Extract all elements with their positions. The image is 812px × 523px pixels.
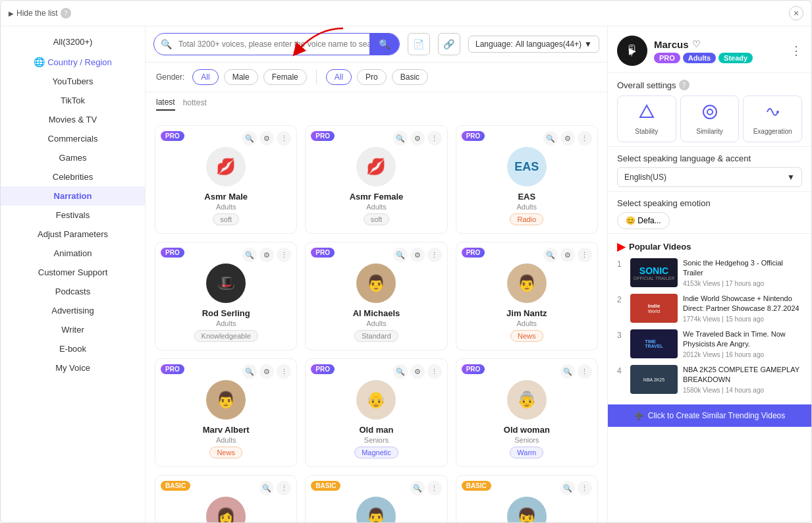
video-title[interactable]: NBA 2K25 COMPLETE GAMEPLAY BREAKDOWN (683, 365, 802, 385)
sidebar-item-youtubers[interactable]: YouTubers (1, 72, 145, 91)
tab-hottest[interactable]: hottest (183, 98, 207, 110)
more-voice-btn[interactable]: ⋮ (427, 481, 442, 495)
user-avatar[interactable]: 🎙 ▶ (617, 36, 647, 66)
filter-type-pro[interactable]: Pro (357, 69, 387, 85)
video-title[interactable]: Sonic the Hedgehog 3 - Official Trailer (683, 258, 802, 279)
sidebar-item-my-voice[interactable]: My Voice (1, 358, 145, 377)
sidebar-item-country[interactable]: 🌐 Country / Region (1, 52, 145, 72)
sidebar-item-movies-tv[interactable]: Movies & TV (1, 110, 145, 129)
filter-type-basic[interactable]: Basic (392, 69, 428, 85)
badge-pro: PRO (654, 53, 680, 63)
language-select[interactable]: Language: All languages(44+) ▼ (468, 36, 599, 53)
sidebar-item-commercials[interactable]: Commercials (1, 129, 145, 148)
video-thumbnail[interactable]: Indie World (630, 294, 678, 323)
search-button[interactable]: 🔍 (369, 34, 399, 55)
sidebar-item-animation[interactable]: Animation (1, 244, 145, 263)
sidebar-item-tiktok[interactable]: TikTok (1, 91, 145, 110)
link-icon-button[interactable]: 🔗 (438, 33, 460, 55)
language-title: Select speaking language & accent (617, 153, 802, 163)
stability-card[interactable]: Stability (617, 96, 676, 142)
voice-name: Old man (313, 425, 439, 435)
help-icon[interactable]: ? (61, 8, 71, 18)
heart-icon[interactable]: ♡ (692, 39, 701, 49)
hide-list-label: Hide the list (16, 9, 58, 18)
voice-card-marv-albert: PRO 🔍 ⚙ ⋮ 👨 Marv Albert Adults News (155, 358, 297, 467)
more-voice-btn[interactable]: ⋮ (427, 364, 442, 379)
voice-age: Adults (464, 319, 589, 327)
settings-voice-btn[interactable]: ⚙ (410, 364, 425, 379)
search-voice-btn[interactable]: 🔍 (410, 481, 425, 495)
more-voice-btn[interactable]: ⋮ (578, 131, 592, 146)
search-voice-btn[interactable]: 🔍 (543, 131, 558, 146)
search-voice-btn[interactable]: 🔍 (242, 131, 257, 146)
voice-age: Adults (163, 319, 288, 327)
upload-icon-button[interactable]: 📄 (408, 33, 430, 55)
sidebar-item-adjust-parameters[interactable]: Adjust Parameters (1, 225, 145, 244)
sidebar-item-advertising[interactable]: Advertising (1, 301, 145, 320)
more-voice-btn[interactable]: ⋮ (578, 364, 592, 379)
language-section: Select speaking language & accent Englis… (608, 146, 811, 191)
filter-type-all[interactable]: All (326, 69, 352, 85)
close-button[interactable]: × (789, 6, 803, 20)
search-voice-btn[interactable]: 🔍 (259, 481, 274, 495)
help-icon-settings[interactable]: ? (679, 80, 690, 90)
video-thumbnail[interactable]: SONIC OFFICIAL TRAILER (630, 258, 678, 287)
exaggeration-card[interactable]: Exaggeration (743, 96, 802, 142)
globe-icon: 🌐 (34, 57, 45, 67)
settings-voice-btn[interactable]: ⚙ (410, 131, 425, 146)
sidebar-item-podcasts[interactable]: Podcasts (1, 282, 145, 301)
more-voice-btn[interactable]: ⋮ (427, 248, 442, 262)
sidebar-item-ebook[interactable]: E-book (1, 339, 145, 358)
settings-voice-btn[interactable]: ⚙ (410, 248, 425, 262)
voice-avatar: 💋 (356, 147, 396, 186)
sidebar-item-celebrities[interactable]: Celebrities (1, 167, 145, 186)
voice-avatar: 👨 (356, 497, 396, 522)
sidebar-item-all[interactable]: All(3200+) (1, 32, 145, 52)
video-title[interactable]: We Traveled Back in Time. Now Physicists… (683, 329, 802, 350)
search-voice-btn[interactable]: 🔍 (560, 481, 575, 495)
sidebar-item-narration[interactable]: Narration (1, 186, 145, 206)
filter-gender-female[interactable]: Female (263, 69, 307, 85)
filter-bar: Gender: All Male Female All Pro Basic (146, 63, 607, 92)
settings-voice-btn[interactable]: ⚙ (259, 131, 274, 146)
more-voice-btn[interactable]: ⋮ (277, 364, 291, 379)
search-input[interactable] (178, 34, 369, 54)
search-voice-btn[interactable]: 🔍 (242, 248, 257, 262)
more-voice-btn[interactable]: ⋮ (277, 131, 291, 146)
settings-voice-btn[interactable]: ⚙ (259, 248, 274, 262)
search-voice-btn[interactable]: 🔍 (543, 248, 558, 262)
tab-latest[interactable]: latest (156, 97, 175, 111)
filter-gender-all[interactable]: All (192, 69, 218, 85)
settings-voice-btn[interactable]: ⚙ (560, 248, 575, 262)
search-voice-btn[interactable]: 🔍 (242, 364, 257, 379)
voice-name: EAS (464, 192, 589, 202)
card-actions: 🔍 ⋮ (410, 481, 442, 495)
search-voice-btn[interactable]: 🔍 (393, 364, 408, 379)
sidebar-item-writer[interactable]: Writer (1, 320, 145, 339)
sidebar-item-festivals[interactable]: Festivals (1, 206, 145, 225)
more-voice-btn[interactable]: ⋮ (277, 248, 291, 262)
more-voice-btn[interactable]: ⋮ (277, 481, 291, 495)
video-thumbnail[interactable]: TIMETRAVEL (630, 329, 678, 358)
language-dropdown[interactable]: English(US) ▼ (617, 167, 802, 187)
video-thumbnail[interactable]: NBA 2K25 (630, 365, 678, 394)
video-title[interactable]: Indie World Showcase + Nintendo Direct: … (683, 294, 802, 314)
more-voice-btn[interactable]: ⋮ (578, 481, 592, 495)
more-voice-btn[interactable]: ⋮ (578, 248, 592, 262)
emotion-default-button[interactable]: 😊 Defa... (617, 212, 670, 229)
hide-list-button[interactable]: ▶ Hide the list ? (9, 8, 71, 18)
more-voice-btn[interactable]: ⋮ (427, 131, 442, 146)
settings-voice-btn[interactable]: ⚙ (560, 131, 575, 146)
voice-card-basic-3: BASIC 🔍 ⋮ 👦 (456, 475, 598, 522)
settings-voice-btn[interactable]: ⚙ (259, 364, 274, 379)
filter-gender-male[interactable]: Male (224, 69, 258, 85)
search-voice-btn[interactable]: 🔍 (560, 364, 575, 379)
search-voice-btn[interactable]: 🔍 (393, 248, 408, 262)
sidebar-item-games[interactable]: Games (1, 148, 145, 167)
trending-button[interactable]: ➕ Click to Create Similar Trending Video… (608, 404, 811, 427)
similarity-card[interactable]: Similarity (680, 96, 740, 142)
sidebar-item-customer-support[interactable]: Customer Support (1, 263, 145, 282)
right-panel: 🎙 ▶ Marcus ♡ PRO Adults Stea (607, 26, 811, 522)
more-options-button[interactable]: ⋮ (790, 43, 802, 58)
search-voice-btn[interactable]: 🔍 (393, 131, 408, 146)
